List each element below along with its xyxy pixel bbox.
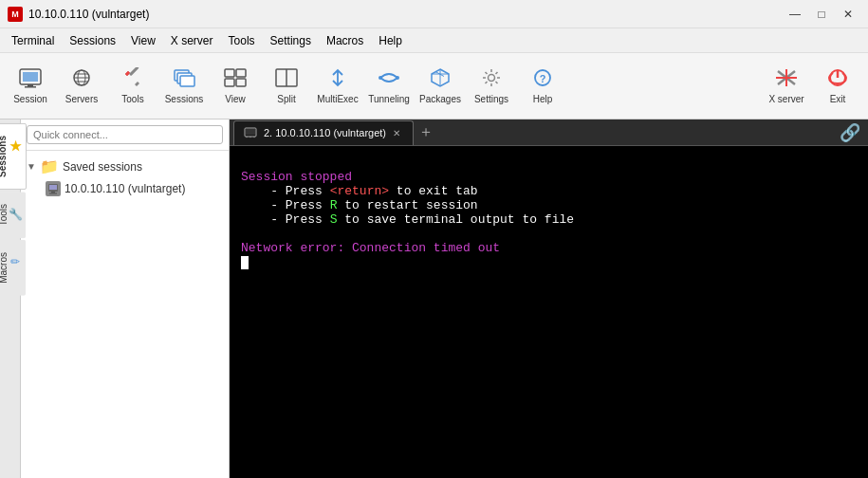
- quick-connect: [21, 120, 229, 151]
- servers-label: Servers: [65, 94, 98, 104]
- session-item-icon: [46, 181, 61, 196]
- svg-rect-3: [25, 86, 36, 88]
- session-label: Session: [13, 94, 47, 104]
- menu-xserver[interactable]: X server: [163, 28, 221, 52]
- tools-sidebar-icon: 🔧: [9, 207, 22, 226]
- xserver-label: X server: [768, 94, 803, 104]
- term-line-1a: - Press: [241, 184, 330, 198]
- menu-help[interactable]: Help: [371, 28, 410, 52]
- menu-macros[interactable]: Macros: [319, 28, 371, 52]
- tunneling-icon: [377, 67, 401, 92]
- menu-terminal[interactable]: Terminal: [4, 28, 62, 52]
- view-icon: [223, 67, 248, 92]
- help-icon: ?: [530, 67, 555, 92]
- svg-point-35: [246, 137, 248, 138]
- split-label: Split: [277, 94, 295, 104]
- minimize-button[interactable]: —: [783, 4, 807, 25]
- terminal-content[interactable]: Session stopped - Press <return> to exit…: [230, 146, 868, 478]
- terminal-tab-0[interactable]: 2. 10.0.10.110 (vulntarget) ✕: [233, 120, 414, 145]
- svg-rect-16: [236, 79, 246, 86]
- toolbar-tunneling-button[interactable]: Tunneling: [364, 58, 414, 115]
- tab-bar: 2. 10.0.10.110 (vulntarget) ✕ ＋ 🔗: [230, 120, 868, 146]
- toolbar-view-button[interactable]: View: [211, 58, 260, 115]
- sidebar-tab-macros[interactable]: ✏ Macros: [0, 240, 26, 296]
- svg-rect-30: [49, 185, 57, 190]
- quick-connect-input[interactable]: [27, 125, 223, 144]
- toolbar-multiexec-button[interactable]: MultiExec: [313, 58, 362, 115]
- toolbar-xserver-button[interactable]: X server: [762, 58, 811, 115]
- multiexec-label: MultiExec: [317, 94, 358, 104]
- svg-rect-34: [246, 129, 255, 135]
- split-icon: [274, 67, 299, 92]
- toolbar-sessions-button[interactable]: Sessions: [159, 58, 209, 115]
- xserver-icon: [774, 67, 799, 92]
- toolbar-split-button[interactable]: Split: [262, 58, 311, 115]
- settings-icon: [479, 67, 504, 92]
- session-item-0[interactable]: 10.0.10.110 (vulntarget): [25, 178, 225, 199]
- svg-text:?: ?: [540, 73, 546, 84]
- maximize-button[interactable]: □: [809, 4, 834, 25]
- session-item-label: 10.0.10.110 (vulntarget): [65, 182, 185, 195]
- tools-label: Tools: [121, 94, 143, 104]
- tunneling-label: Tunneling: [368, 94, 410, 104]
- exit-label: Exit: [830, 94, 846, 104]
- main-area: ★ Sessions 🔧 Tools ✏ Macros ▼ 📁 Saved se…: [0, 120, 868, 478]
- title-bar-left: M 10.10.0.110 (vulntarget): [8, 7, 149, 22]
- packages-icon: [428, 67, 452, 92]
- close-button[interactable]: ✕: [836, 4, 860, 25]
- help-label: Help: [533, 94, 553, 104]
- svg-point-37: [253, 137, 255, 138]
- svg-rect-12: [180, 76, 194, 86]
- new-tab-button[interactable]: ＋: [416, 122, 436, 143]
- toolbar-tools-button[interactable]: Tools: [108, 58, 157, 115]
- sidebar-tab-tools[interactable]: 🔧 Tools: [0, 192, 26, 238]
- title-bar: M 10.10.0.110 (vulntarget) — □ ✕: [0, 0, 868, 28]
- sidebar-tabs: ★ Sessions 🔧 Tools ✏ Macros: [0, 120, 21, 478]
- svg-point-20: [396, 76, 399, 80]
- toolbar-right: X server Exit: [762, 58, 862, 115]
- menu-tools[interactable]: Tools: [221, 28, 263, 52]
- toolbar-packages-button[interactable]: Packages: [416, 58, 465, 115]
- saved-sessions-folder[interactable]: ▼ 📁 Saved sessions: [25, 155, 225, 178]
- svg-rect-2: [28, 84, 33, 86]
- svg-point-19: [379, 76, 382, 80]
- term-line-stopped: Session stopped: [241, 170, 352, 184]
- menu-settings[interactable]: Settings: [263, 28, 319, 52]
- toolbar-exit-button[interactable]: Exit: [813, 58, 862, 115]
- toolbar-servers-button[interactable]: Servers: [57, 58, 106, 115]
- tab-bar-right: 🔗: [836, 122, 864, 143]
- tab-label: 2. 10.0.10.110 (vulntarget): [264, 127, 386, 138]
- toolbar-settings-button[interactable]: Settings: [467, 58, 516, 115]
- toolbar-sessions-icon: [172, 67, 196, 92]
- toolbar: Session Servers Tools Sessions View: [0, 53, 868, 120]
- toolbar-session-button[interactable]: Session: [6, 58, 55, 115]
- svg-rect-14: [236, 69, 246, 77]
- term-line-network: Network error: Connection timed out: [241, 241, 500, 255]
- menu-sessions[interactable]: Sessions: [62, 28, 123, 52]
- toolbar-help-button[interactable]: ? Help: [518, 58, 567, 115]
- menu-view[interactable]: View: [123, 28, 163, 52]
- collapse-icon: ▼: [27, 161, 36, 172]
- svg-rect-13: [225, 69, 234, 77]
- packages-label: Packages: [419, 94, 461, 104]
- session-icon: [18, 67, 43, 92]
- svg-rect-9: [129, 67, 139, 76]
- view-label: View: [225, 94, 246, 104]
- tab-close-button[interactable]: ✕: [390, 126, 403, 139]
- sessions-label: Sessions: [165, 94, 204, 104]
- multiexec-icon: [325, 67, 350, 92]
- terminal-tab-icon: [244, 127, 257, 138]
- svg-point-36: [249, 137, 251, 138]
- title-bar-controls: — □ ✕: [783, 4, 860, 25]
- svg-point-21: [489, 75, 495, 82]
- term-line-3b: to save terminal output to file: [337, 212, 574, 227]
- servers-icon: [69, 67, 94, 92]
- window-title: 10.10.0.110 (vulntarget): [28, 8, 149, 21]
- sidebar-tab-sessions[interactable]: ★ Sessions: [0, 123, 27, 190]
- attachment-icon[interactable]: 🔗: [836, 123, 864, 142]
- svg-rect-31: [51, 192, 55, 193]
- term-keyword-return: <return>: [330, 184, 389, 198]
- svg-rect-1: [23, 72, 38, 82]
- sessions-panel: ▼ 📁 Saved sessions 10.0.10.110 (vulntarg…: [21, 120, 230, 478]
- app-icon: M: [8, 7, 23, 22]
